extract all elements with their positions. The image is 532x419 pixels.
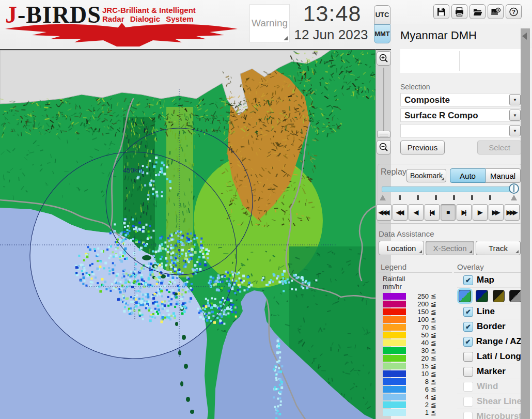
chevron-down-icon[interactable]: ▼ [509,94,521,105]
help-button[interactable]: ? [506,4,522,19]
station-info-box[interactable] [400,49,522,73]
legend-value: 15 [408,362,429,370]
legend-value: 100 [408,316,429,323]
auto-button[interactable]: Auto [450,168,486,183]
chevron-down-icon[interactable]: ▼ [509,110,521,121]
playback-button[interactable]: ▶▶▶ [505,204,520,221]
legend-value: 8 [408,378,429,385]
select-button[interactable]: Select [477,141,522,154]
magnifier-minus-icon [379,142,389,152]
playback-button[interactable]: ▶| [457,204,472,221]
overlay-item-label: Microburst [476,411,522,419]
location-button[interactable]: Location [379,241,424,255]
warning-button[interactable]: Warning [249,4,290,42]
playback-button[interactable]: ◀◀◀ [377,204,392,221]
legend-swatch [383,293,406,300]
playback-button[interactable]: ■ [441,204,456,221]
overlay-checkbox[interactable] [463,397,473,407]
selection-dropdown[interactable]: Composite ▼ [400,93,522,106]
print-button[interactable] [451,4,467,19]
map-style-swatch[interactable] [459,290,471,302]
overlay-section-label: Overlay [457,262,484,271]
overlay-item[interactable]: Range / AZ [457,334,522,349]
legend-swatch [383,386,406,393]
map-style-swatch[interactable] [476,290,488,302]
overlay-item-list: Line Border Range / AZ Lati / Lo [457,304,522,419]
track-button[interactable]: Track [476,241,521,255]
zoom-slider-track[interactable] [383,68,384,138]
overlay-checkbox[interactable] [463,322,473,332]
legend-swatch [383,394,406,400]
legend-unit-label: mm/hr [383,283,402,290]
open-file-button[interactable] [470,4,486,19]
legend-value: 4 [408,393,429,401]
manual-button[interactable]: Manual [486,168,521,183]
legend-value: 6 [408,385,429,393]
overlay-options: Map Line [457,273,522,419]
overlay-item-label: Marker [477,366,506,377]
legend-underline [378,272,452,273]
overlay-item[interactable]: Shear Line [457,394,522,409]
chevron-down-icon[interactable]: ▼ [509,125,521,136]
legend-le-symbol: ≦ [431,362,436,370]
text-cursor [460,51,460,71]
bookmark-button[interactable]: Bookmark [406,169,446,182]
overlay-checkbox[interactable] [463,307,473,317]
overlay-item-map[interactable]: Map [457,273,522,288]
previous-button[interactable]: Previous [400,141,445,154]
playback-button[interactable]: ◀ [409,204,424,221]
playback-glyph: ◀ [414,209,417,216]
playback-button[interactable]: ▶ [473,204,488,221]
replay-slider-track[interactable] [382,187,513,192]
radar-map-view[interactable]: 450km [0,49,375,419]
legend-value: 150 [408,308,429,316]
legend-row: 8 ≦ [383,378,436,385]
magnifier-plus-icon [379,53,389,64]
playback-controls: ◀◀◀ ◀◀ ◀ |◀ ■ ▶| ▶ ▶▶ ▶▶▶ [377,204,521,221]
add-image-button[interactable] [488,4,504,19]
utc-button[interactable]: UTC [374,5,390,24]
map-style-swatch[interactable] [509,290,522,302]
overlay-item-label: Border [477,321,506,332]
map-checkbox[interactable] [463,275,473,285]
overlay-item[interactable]: Wind [457,379,522,394]
playback-button[interactable]: |◀ [425,204,440,221]
legend-value: 30 [408,347,429,354]
legend-swatch [383,308,406,315]
legend-row: 250 ≦ [383,292,436,300]
selection-dropdown[interactable]: ▼ [400,124,522,137]
warning-label: Warning [252,18,288,29]
add-image-icon [491,7,501,17]
overlay-item[interactable]: Border [457,319,522,334]
legend-swatch [383,378,406,385]
bookmark-label: Bookmark [410,172,443,180]
overlay-checkbox[interactable] [463,367,473,377]
overlay-checkbox[interactable] [463,337,473,347]
zoom-slider-handle[interactable] [377,131,390,138]
legend-row: 4 ≦ [383,393,436,401]
legend-swatch [383,347,406,354]
playback-button[interactable]: ▶▶ [489,204,504,221]
save-button[interactable] [433,4,449,19]
collapse-panel-icon[interactable] [522,33,527,40]
selection-dropdown[interactable]: Surface R Compo ▼ [400,108,522,122]
zoom-out-button[interactable] [377,140,391,154]
playback-glyph: ▶ [478,209,481,216]
zoom-in-button[interactable] [377,51,391,66]
mmt-button[interactable]: MMT [374,24,390,43]
overlay-checkbox[interactable] [463,412,473,419]
playback-glyph: ◀◀◀ [379,209,388,216]
xsection-button[interactable]: X-Section [426,241,474,255]
map-style-swatch[interactable] [493,290,505,302]
overlay-item[interactable]: Microburst [457,409,522,419]
playback-button[interactable]: ◀◀ [393,204,408,221]
print-icon [455,7,464,17]
slider-end-marker [380,195,386,200]
overlay-item[interactable]: Marker [457,364,522,379]
replay-slider-handle[interactable] [509,183,519,194]
overlay-item[interactable]: Line [457,304,522,319]
legend-value: 250 [408,292,429,300]
overlay-checkbox[interactable] [463,352,473,362]
overlay-item[interactable]: Lati / Long [457,349,522,364]
overlay-checkbox[interactable] [463,382,473,392]
